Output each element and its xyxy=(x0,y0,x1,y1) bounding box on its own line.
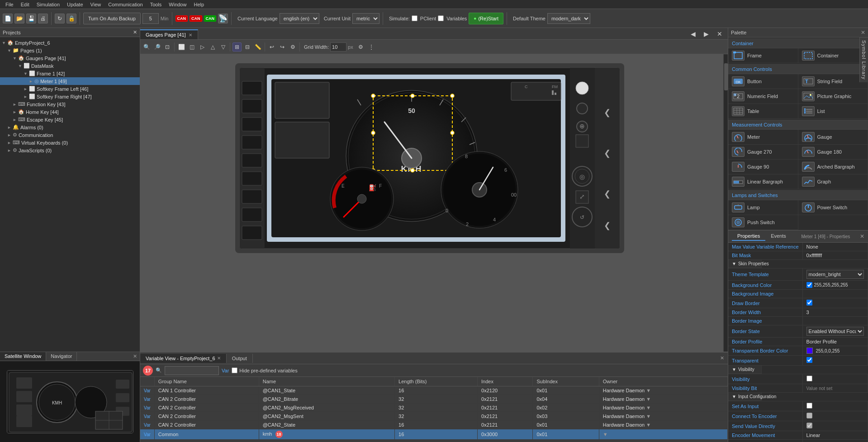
palette-item-graph[interactable]: Graph xyxy=(798,174,868,189)
tree-item-softkey-right[interactable]: ► ⬜ Softkey Frame Right [47] xyxy=(0,93,140,100)
canvas-scroll[interactable]: ❮ ❮ ❮ ❮ ⊕ xyxy=(140,54,728,352)
bg-color-checkbox[interactable] xyxy=(806,282,812,288)
refresh-icon[interactable]: ↻ xyxy=(55,14,65,24)
col-length[interactable]: Length (Bits) xyxy=(395,377,478,386)
menu-window[interactable]: Window xyxy=(165,2,190,7)
pclient-checkbox[interactable] xyxy=(412,15,417,21)
col-type[interactable] xyxy=(140,377,154,386)
palette-item-meter[interactable]: Meter xyxy=(728,130,798,145)
palette-item-numeric-field[interactable]: 23 Numeric Field xyxy=(728,89,798,104)
align-right-icon[interactable]: ▷ xyxy=(198,42,207,52)
prop-value-draw-border[interactable] xyxy=(802,298,868,308)
col-name[interactable]: Name xyxy=(259,377,394,386)
language-select[interactable]: english (en) xyxy=(280,13,319,24)
save-icon[interactable]: 💾 xyxy=(26,14,36,24)
open-icon[interactable]: 📂 xyxy=(14,14,24,24)
grid-width-input[interactable] xyxy=(330,42,346,52)
variables-checkbox-label[interactable]: Variables xyxy=(438,15,467,21)
set-as-input-checkbox[interactable] xyxy=(806,403,812,409)
gauges-page-tab[interactable]: Gauges Page [41] ✕ xyxy=(140,29,198,39)
palette-item-gauge[interactable]: Gauge xyxy=(798,130,868,145)
tree-item-communication[interactable]: ► ⚙ Communication xyxy=(0,131,140,139)
menu-help[interactable]: Help xyxy=(190,2,208,7)
zoom-fit-icon[interactable]: ⊡ xyxy=(163,42,172,52)
tree-item-meter1[interactable]: ► ◎ Meter 1 [49] xyxy=(0,77,140,85)
satellite-close-icon[interactable]: ✕ xyxy=(130,352,140,361)
table-row[interactable]: Var CAN 2 Controller @CAN2_Bitrate 32 0x… xyxy=(140,395,728,404)
tree-item-project[interactable]: ▼ 🏠 EmptyProject_6 xyxy=(0,39,140,47)
send-directly-checkbox[interactable] xyxy=(806,423,812,428)
prop-value-border-profile[interactable]: Border Profile xyxy=(802,338,868,346)
tree-item-keyboards[interactable]: ► ⌨ Virtual Keyboards (0) xyxy=(0,139,140,146)
menu-update[interactable]: Update xyxy=(63,2,86,7)
prop-value-transparent[interactable] xyxy=(802,356,868,366)
table-row[interactable]: Var CAN 2 Controller @CAN2_State 16 0x21… xyxy=(140,421,728,429)
menu-tools[interactable]: Tools xyxy=(147,2,166,7)
snap-grid-icon[interactable]: ⊞ xyxy=(232,42,242,52)
props-close-icon[interactable]: ✕ xyxy=(860,233,864,240)
palette-item-linear-bargraph[interactable]: Linear Bargraph xyxy=(728,174,798,189)
palette-item-gauge180[interactable]: Gauge 180 xyxy=(798,145,868,160)
col-owner[interactable]: Owner xyxy=(599,377,727,386)
prop-value-connect-encoder[interactable] xyxy=(802,411,868,421)
tab-nav-right[interactable]: ▶ xyxy=(700,28,712,39)
tree-item-escape-key[interactable]: ► ⌨ Escape Key [45] xyxy=(0,116,140,123)
table-row[interactable]: Var CAN 2 Controller @CAN2_MsgSent 32 0x… xyxy=(140,412,728,421)
col-index[interactable]: Index xyxy=(478,377,533,386)
more-icon[interactable]: ⋮ xyxy=(367,42,376,52)
table-row[interactable]: Var CAN 2 Controller @CAN2_MsgReceived 3… xyxy=(140,404,728,412)
theme-select[interactable]: modern_dark xyxy=(547,13,590,24)
prop-value-bit-mask[interactable]: 0xffffffff xyxy=(802,251,868,260)
symbol-library-tab[interactable]: Symbol Library xyxy=(859,38,868,82)
prop-value-encoder-movement[interactable]: Linear xyxy=(802,431,868,440)
pclient-checkbox-label[interactable]: PClient xyxy=(412,15,436,21)
prop-value-bg-color[interactable]: 255,255,255,255 xyxy=(802,281,868,290)
prop-value-max-value[interactable]: None xyxy=(802,243,868,251)
align-top-icon[interactable]: △ xyxy=(208,42,217,52)
zoom-out-icon[interactable]: 🔎 xyxy=(152,42,161,52)
palette-close-icon[interactable]: ✕ xyxy=(861,29,865,36)
menu-communication[interactable]: Communication xyxy=(104,2,146,7)
auto-backup-button[interactable]: Turn On Auto Backup xyxy=(83,13,141,24)
redo-icon[interactable]: ↪ xyxy=(278,42,287,52)
print-icon[interactable]: 🖨 xyxy=(38,14,48,24)
tree-item-gauges-page[interactable]: ▼ 🏠 Gauges Page [41] xyxy=(0,54,140,62)
tree-item-home-key[interactable]: ► 🏠 Home Key [44] xyxy=(0,108,140,116)
navigator-tab[interactable]: Navigator xyxy=(46,352,77,361)
can-badge-1[interactable]: CAN xyxy=(175,15,188,22)
satellite-tab[interactable]: Satellite Window xyxy=(0,352,46,361)
palette-item-list[interactable]: List xyxy=(798,104,868,119)
palette-item-power-switch[interactable]: Power Switch xyxy=(798,200,868,215)
variable-search-input[interactable] xyxy=(165,366,219,375)
bottom-panel-close[interactable]: ✕ xyxy=(716,354,728,362)
grid-settings-icon[interactable]: ⚙ xyxy=(356,42,365,52)
tab-close-icon[interactable]: ✕ xyxy=(189,33,192,38)
prop-value-send-directly[interactable] xyxy=(802,421,868,431)
can-badge-3[interactable]: CAN xyxy=(204,15,217,22)
table-row[interactable]: Var CAN 1 Controller @CAN1_State 16 0x21… xyxy=(140,386,728,395)
zoom-in-icon[interactable]: 🔍 xyxy=(142,42,151,52)
variable-view-tab[interactable]: Variable View - EmptyProject_6 ✕ xyxy=(140,354,227,363)
undo-icon[interactable]: ↩ xyxy=(267,42,276,52)
palette-item-gauge90[interactable]: Gauge 90 xyxy=(728,160,798,174)
signal-icon[interactable]: 📡 xyxy=(218,14,228,24)
prop-value-theme[interactable]: modern_bright xyxy=(802,268,868,281)
prop-value-value-change[interactable]: 1000 xyxy=(802,440,868,442)
hide-predefined-checkbox[interactable] xyxy=(232,367,237,373)
tab-close-all[interactable]: ✕ xyxy=(713,28,726,39)
properties-tab[interactable]: Properties xyxy=(732,232,765,241)
palette-item-lamp[interactable]: Lamp xyxy=(728,200,798,215)
align-bottom-icon[interactable]: ▽ xyxy=(218,42,228,52)
output-tab[interactable]: Output xyxy=(227,354,253,363)
menu-view[interactable]: View xyxy=(87,2,105,7)
unit-select[interactable]: metric xyxy=(352,13,379,24)
prop-value-bg-image[interactable] xyxy=(802,290,868,298)
palette-item-button[interactable]: OK Button xyxy=(728,74,798,89)
tree-item-pages[interactable]: ▼ 📁 Pages (1) xyxy=(0,47,140,54)
canvas-vscrollbar[interactable] xyxy=(723,54,728,352)
vscroll-thumb[interactable] xyxy=(724,63,728,90)
settings-icon[interactable]: ⚙ xyxy=(288,42,297,52)
menu-edit[interactable]: Edit xyxy=(17,2,33,7)
theme-template-select[interactable]: modern_bright xyxy=(806,270,864,279)
can-badge-2[interactable]: CAN xyxy=(190,15,202,22)
